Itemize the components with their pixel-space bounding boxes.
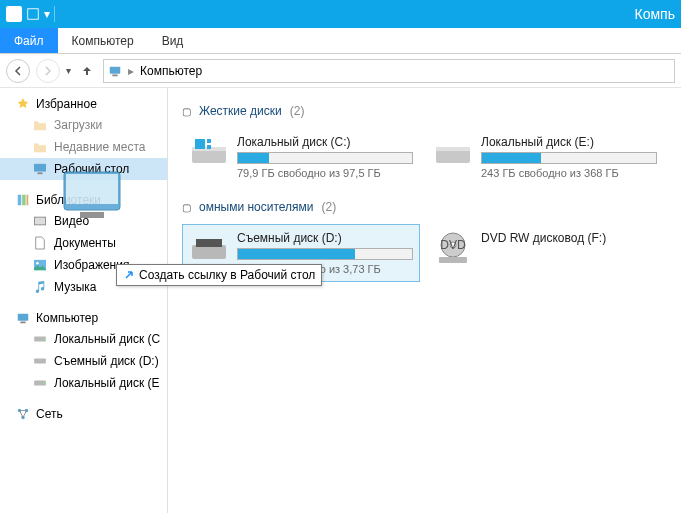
- svg-rect-28: [436, 147, 470, 151]
- up-button[interactable]: [77, 61, 97, 81]
- capacity-bar: [237, 248, 413, 260]
- svg-point-15: [43, 338, 45, 340]
- libraries-label: Библиотеки: [36, 193, 101, 207]
- ribbon: Файл Компьютер Вид: [0, 28, 681, 54]
- network-group[interactable]: Сеть: [0, 404, 167, 424]
- sidebar-item-recent[interactable]: Недавние места: [0, 136, 167, 158]
- documents-icon: [32, 235, 48, 251]
- svg-rect-2: [112, 74, 117, 76]
- drive-name: Локальный диск (E:): [481, 135, 657, 149]
- svg-rect-16: [34, 359, 46, 364]
- file-tab[interactable]: Файл: [0, 28, 58, 53]
- svg-rect-9: [35, 218, 45, 225]
- removable-drive-icon: [32, 353, 48, 369]
- folder-icon: [32, 117, 48, 133]
- svg-text:DVD: DVD: [440, 238, 466, 252]
- folder-icon: [32, 139, 48, 155]
- hdd-icon: [189, 135, 229, 171]
- svg-rect-0: [28, 9, 39, 20]
- svg-rect-6: [22, 195, 26, 206]
- removable-drive-icon: [189, 231, 229, 267]
- libraries-group[interactable]: Библиотеки: [0, 190, 167, 210]
- forward-button[interactable]: [36, 59, 60, 83]
- system-menu-icon[interactable]: [6, 6, 22, 22]
- capacity-bar: [237, 152, 413, 164]
- sidebar-item-desktop[interactable]: Рабочий стол: [0, 158, 167, 180]
- navigation-pane: Избранное Загрузки Недавние места Рабочи…: [0, 88, 168, 513]
- svg-rect-29: [192, 245, 226, 259]
- back-button[interactable]: [6, 59, 30, 83]
- tab-computer[interactable]: Компьютер: [58, 28, 148, 53]
- drive-name: Съемный диск (D:): [237, 231, 413, 245]
- svg-rect-30: [196, 239, 222, 247]
- sidebar-item-documents[interactable]: Документы: [0, 232, 167, 254]
- qat-dropdown-icon[interactable]: ▾: [44, 7, 50, 21]
- drive-e[interactable]: Локальный диск (E:) 243 ГБ свободно из 3…: [426, 128, 664, 186]
- desktop-icon: [32, 161, 48, 177]
- section-count: (2): [290, 104, 305, 118]
- svg-rect-1: [110, 66, 121, 73]
- sidebar-item-label: Документы: [54, 236, 116, 250]
- window-titlebar: ▾ Компь: [0, 0, 681, 28]
- section-count: (2): [322, 200, 337, 214]
- network-icon: [16, 407, 30, 421]
- svg-rect-4: [37, 172, 42, 174]
- section-title: Жесткие диски: [199, 104, 282, 118]
- link-icon: [123, 269, 135, 281]
- drive-icon: [32, 375, 48, 391]
- sidebar-item-label: Недавние места: [54, 140, 145, 154]
- svg-rect-5: [18, 195, 22, 206]
- disclosure-icon: ▢: [182, 202, 191, 213]
- svg-rect-13: [20, 322, 25, 324]
- sidebar-item-label: Музыка: [54, 280, 96, 294]
- drive-status: 79,9 ГБ свободно из 97,5 ГБ: [237, 167, 413, 179]
- section-removable[interactable]: ▢ омными носителями (2): [182, 200, 667, 214]
- star-icon: [16, 97, 30, 111]
- sidebar-item-label: Загрузки: [54, 118, 102, 132]
- section-hard-drives[interactable]: ▢ Жесткие диски (2): [182, 104, 667, 118]
- drive-status: 243 ГБ свободно из 368 ГБ: [481, 167, 657, 179]
- content-pane: ▢ Жесткие диски (2) Локальный диск (C:) …: [168, 88, 681, 513]
- libraries-icon: [16, 193, 30, 207]
- music-icon: [32, 279, 48, 295]
- svg-rect-25: [207, 139, 211, 143]
- svg-rect-24: [195, 139, 205, 149]
- window-title: Компь: [635, 6, 675, 22]
- section-title: омными носителями: [199, 200, 314, 214]
- sidebar-item-drive-d[interactable]: Съемный диск (D:): [0, 350, 167, 372]
- favorites-group[interactable]: Избранное: [0, 94, 167, 114]
- sidebar-item-label: Съемный диск (D:): [54, 354, 159, 368]
- drag-tooltip: Создать ссылку в Рабочий стол: [116, 264, 322, 286]
- drive-c[interactable]: Локальный диск (C:) 79,9 ГБ свободно из …: [182, 128, 420, 186]
- svg-point-18: [43, 382, 45, 384]
- navigation-bar: ▾ ▸ Компьютер: [0, 54, 681, 88]
- breadcrumb-location[interactable]: Компьютер: [140, 64, 202, 78]
- sidebar-item-label: Рабочий стол: [54, 162, 129, 176]
- drive-icon: [32, 331, 48, 347]
- address-bar[interactable]: ▸ Компьютер: [103, 59, 675, 83]
- sidebar-item-label: Локальный диск (E: [54, 376, 160, 390]
- svg-point-11: [36, 262, 39, 265]
- favorites-label: Избранное: [36, 97, 97, 111]
- sidebar-item-drive-c[interactable]: Локальный диск (C: [0, 328, 167, 350]
- computer-group[interactable]: Компьютер: [0, 308, 167, 328]
- breadcrumb-separator-icon: ▸: [128, 64, 134, 78]
- computer-icon: [108, 64, 122, 78]
- hdd-icon: [433, 135, 473, 171]
- pictures-icon: [32, 257, 48, 273]
- history-dropdown-icon[interactable]: ▾: [66, 65, 71, 76]
- qat-icon[interactable]: [26, 7, 40, 21]
- svg-rect-33: [439, 257, 467, 263]
- sidebar-item-downloads[interactable]: Загрузки: [0, 114, 167, 136]
- drive-f[interactable]: DVD DVD RW дисковод (F:): [426, 224, 664, 282]
- sidebar-item-label: Локальный диск (C: [54, 332, 160, 346]
- svg-rect-7: [27, 195, 29, 206]
- sidebar-item-videos[interactable]: Видео: [0, 210, 167, 232]
- network-label: Сеть: [36, 407, 63, 421]
- tab-view[interactable]: Вид: [148, 28, 198, 53]
- sidebar-item-label: Видео: [54, 214, 89, 228]
- computer-icon: [16, 311, 30, 325]
- computer-label: Компьютер: [36, 311, 98, 325]
- dvd-drive-icon: DVD: [433, 231, 473, 267]
- sidebar-item-drive-e[interactable]: Локальный диск (E: [0, 372, 167, 394]
